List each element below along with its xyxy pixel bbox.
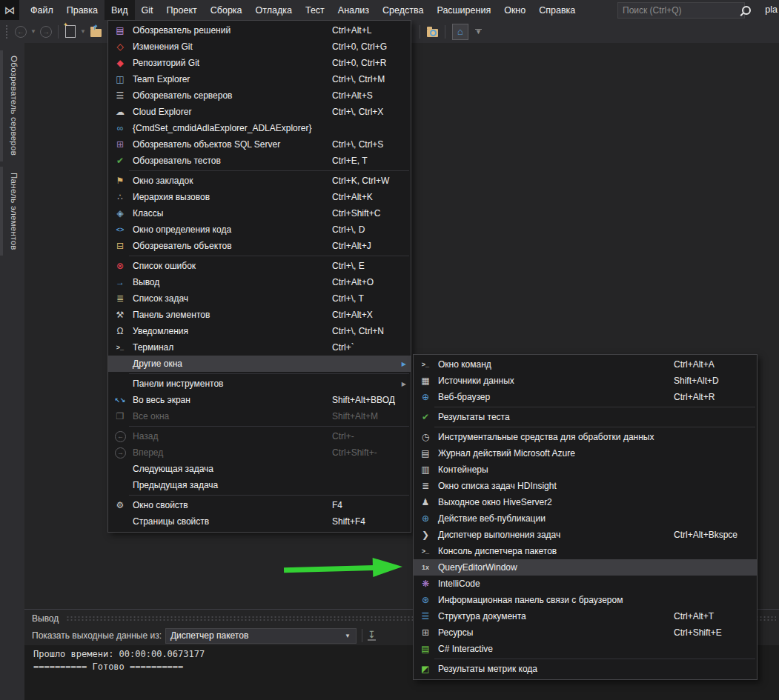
menu-item-label: Выходное окно HiveServer2 [438,497,552,507]
menu-item-call-hierarchy[interactable]: ∴Иерархия вызововCtrl+Alt+K [108,189,411,205]
chevron-down-icon[interactable]: ▼ [30,28,36,35]
search-box[interactable] [617,2,745,19]
menu-item-class-view[interactable]: ◈КлассыCtrl+Shift+C [108,205,411,221]
menu-item-task-list[interactable]: ≣Список задачCtrl+\, T [108,290,411,307]
menu-item-document-outline[interactable]: ☰Структура документаCtrl+Alt+T [414,608,757,624]
menubar-item[interactable]: Вид [105,0,135,20]
menu-item-test-explorer[interactable]: ✔Обозреватель тестовCtrl+E, T [108,153,411,169]
new-item-icon[interactable] [65,25,76,38]
menu-item-code-metrics-results[interactable]: ◩Результаты метрик кода [414,661,757,677]
menu-item-azure-activity-log[interactable]: ▤Журнал действий Microsoft Azure [414,445,757,461]
menu-item-error-list[interactable]: ⊗Список ошибокCtrl+\, E [108,258,411,274]
menu-item-navigate-forward[interactable]: →ВпередCtrl+Shift+- [108,444,411,461]
menu-item-notifications[interactable]: ΩУведомленияCtrl+\, Ctrl+N [108,323,411,339]
search-icon[interactable] [742,6,751,15]
menubar-item[interactable]: Файл [24,0,60,20]
menu-item-browser-link-dashboard[interactable]: ⊛Информационная панель связи с браузером [414,592,757,608]
menu-item-data-sources[interactable]: ▦Источники данныхShift+Alt+D [414,373,757,389]
menu-item-label: Структура документа [438,611,526,621]
menu-item-navigate-backward[interactable]: ←НазадCtrl+- [108,428,411,444]
menu-item-shortcut: Ctrl+0, Ctrl+R [332,58,405,68]
sidebar-tab-server-explorer[interactable]: Обозреватель серверов [0,50,24,161]
menu-item-label: Журнал действий Microsoft Azure [438,448,575,459]
toolbar-separator [420,25,420,39]
menubar-item[interactable]: Расширения [430,0,497,20]
menu-item-properties-window[interactable]: ⚙Окно свойствF4 [108,497,411,513]
menu-item-adla-explorer[interactable]: ∞{CmdSet_cmdidAdlaExplorer_ADLAExplorer} [108,120,411,136]
menu-item-bookmark-window[interactable]: ⚑Окно закладокCtrl+K, Ctrl+W [108,173,411,189]
menubar-item[interactable]: Анализ [331,0,376,20]
menu-item-web-publish-activity[interactable]: ⊕Действие веб-публикации [414,510,757,527]
menu-item-web-browser[interactable]: ⊕Веб-браузерCtrl+Alt+R [414,389,757,405]
menu-item-command-window[interactable]: >_Окно командCtrl+Alt+A [414,356,757,373]
output-source-label: Показать выходные данные из: [32,630,162,641]
menu-item-label: Окно закладок [133,176,193,186]
chevron-down-icon[interactable]: ▼ [339,633,356,639]
menu-item-object-browser[interactable]: ⊟Обозреватель объектовCtrl+Alt+J [108,238,411,254]
output-source-dropdown[interactable]: Диспетчер пакетов ▼ [165,628,357,644]
navigate-forward-icon[interactable]: → [40,26,52,38]
menu-item-hiveserver2-output[interactable]: ♟Выходное окно HiveServer2 [414,494,757,510]
menu-item-cloud-explorer[interactable]: ☁Cloud ExplorerCtrl+\, Ctrl+X [108,104,411,120]
chevron-down-icon[interactable]: ▼ [80,28,86,35]
menu-item-shortcut: Ctrl+\, T [332,293,405,304]
menu-item-package-manager-console[interactable]: >_Консоль диспетчера пакетов [414,543,757,559]
menu-item-toolbars[interactable]: Панели инструментов▶ [108,376,411,392]
menu-item-git-repository[interactable]: ◆Репозиторий GitCtrl+0, Ctrl+R [108,55,411,71]
menu-item-code-definition-window[interactable]: <>Окно определения кодаCtrl+\, D [108,221,411,238]
call-hierarchy-icon: ∴ [113,192,127,202]
open-folder-icon[interactable] [90,29,102,37]
menu-item-label: Результаты теста [438,412,510,422]
menu-item-data-tools[interactable]: ◷Инструментальные средства для обработки… [414,429,757,445]
menubar-item[interactable]: Правка [60,0,105,20]
back-icon: ← [115,431,126,442]
menu-item-query-editor-window[interactable]: 1xQueryEditorWindow [414,559,757,576]
wrench-icon: ⚙ [113,500,127,510]
menu-item-task-runner-explorer[interactable]: ❯Диспетчер выполнения задачCtrl+Alt+Bksp… [414,527,757,543]
menu-item-containers[interactable]: ▥Контейнеры [414,461,757,478]
menu-item-full-screen[interactable]: ↖↘Во весь экранShift+Alt+ВВОД [108,392,411,408]
menu-item-toolbox[interactable]: ⚒Панель элементовCtrl+Alt+X [108,307,411,323]
menubar-item[interactable]: Справка [532,0,582,20]
menu-item-property-pages[interactable]: Страницы свойствShift+F4 [108,513,411,530]
menu-item-terminal[interactable]: >_ТерминалCtrl+` [108,339,411,356]
menu-item-label: Окно списка задач HDInsight [438,481,557,491]
home-icon[interactable]: ⌂ [452,24,468,40]
menu-item-all-windows[interactable]: ❐Все окнаShift+Alt+M [108,408,411,424]
toolbar-grip[interactable] [5,24,9,39]
menu-item-git-changes[interactable]: ◇Изменения GitCtrl+0, Ctrl+G [108,39,411,55]
menubar-item[interactable]: Проект [160,0,204,20]
forward-icon: → [115,447,126,459]
menubar-item[interactable]: Сборка [204,0,249,20]
menu-item-test-results[interactable]: ✔Результаты теста [414,409,757,425]
menubar-item[interactable]: Тест [299,0,331,20]
menubar-item[interactable]: Отладка [249,0,299,20]
navigate-backward-icon[interactable]: ← [15,26,27,38]
menu-item-next-task[interactable]: Следующая задача [108,461,411,477]
menu-item-hdinsight-task-list[interactable]: ≣Окно списка задач HDInsight [414,478,757,494]
hiveserver2-icon: ♟ [419,497,432,507]
menu-item-intellicode[interactable]: ❋IntelliCode [414,576,757,592]
menu-item-csharp-interactive[interactable]: ▤C# Interactive [414,641,757,657]
menu-item-previous-task[interactable]: Предыдущая задача [108,477,411,493]
menu-item-solution-explorer[interactable]: ▤Обозреватель решенийCtrl+Alt+L [108,22,411,39]
menu-item-output[interactable]: →ВыводCtrl+Alt+O [108,274,411,290]
menubar-item[interactable]: Окно [497,0,532,20]
menu-item-team-explorer[interactable]: ◫Team ExplorerCtrl+\, Ctrl+M [108,71,411,87]
menu-item-label: Диспетчер выполнения задач [438,530,560,540]
find-in-files-icon[interactable] [427,29,438,37]
menu-item-other-windows[interactable]: Другие окна▶ [108,356,411,372]
menu-item-label: Информационная панель связи с браузером [438,595,623,605]
menubar-item[interactable]: Средства [376,0,430,20]
menu-item-resources[interactable]: ⊞РесурсыCtrl+Shift+E [414,624,757,641]
search-input[interactable] [618,5,742,16]
menu-item-label: Окно команд [438,359,491,370]
goto-message-icon[interactable]: ↧ [368,630,376,641]
menu-item-sql-server-object-explorer[interactable]: ⊞Обозреватель объектов SQL ServerCtrl+\,… [108,136,411,153]
menu-separator [434,659,755,659]
menubar-item[interactable]: Git [135,0,160,20]
sidebar-tab-toolbox[interactable]: Панель элементов [0,167,24,256]
menu-item-shortcut: Ctrl+\, D [332,224,405,235]
menu-item-server-explorer[interactable]: ☰Обозреватель серверовCtrl+Alt+S [108,87,411,104]
toolbar-overflow-icon[interactable]: ▼ [475,29,482,34]
